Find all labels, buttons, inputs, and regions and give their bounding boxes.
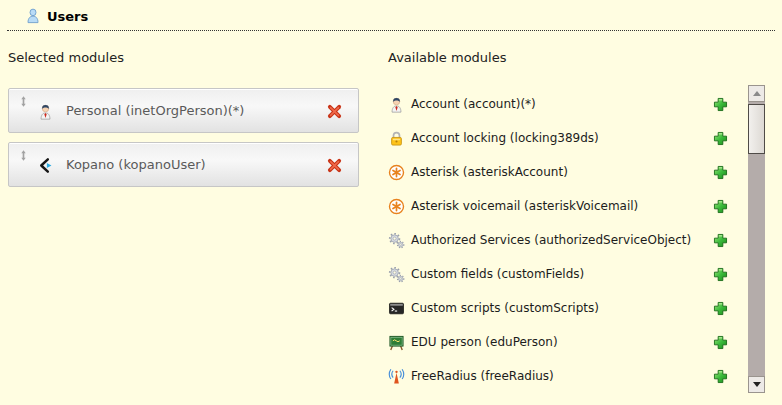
header-divider (7, 30, 775, 31)
available-module-label: Asterisk voicemail (asteriskVoicemail) (411, 199, 712, 213)
personal-user-icon (37, 103, 54, 120)
selected-modules-list: Personal (inetOrgPerson)(*) Kopano (kopa… (8, 88, 359, 187)
page-header: Users (25, 8, 88, 24)
available-module-label: FreeRadius (freeRadius) (411, 369, 712, 383)
chalkboard-icon (388, 334, 405, 351)
add-icon[interactable] (712, 368, 729, 385)
antenna-icon (388, 368, 405, 385)
add-icon[interactable] (712, 266, 729, 283)
add-icon[interactable] (712, 232, 729, 249)
selected-module-label: Personal (inetOrgPerson)(*) (66, 89, 244, 133)
account-user-icon (388, 96, 405, 113)
terminal-icon (388, 300, 405, 317)
available-module-label: Account (account)(*) (411, 97, 712, 111)
available-module-row: Asterisk (asteriskAccount) (388, 155, 729, 189)
selected-module-label: Kopano (kopanoUser) (66, 143, 206, 187)
add-icon[interactable] (712, 96, 729, 113)
drag-handle-icon[interactable] (18, 149, 29, 162)
available-module-label: Custom scripts (customScripts) (411, 301, 712, 315)
add-icon[interactable] (712, 334, 729, 351)
available-module-row: Authorized Services (authorizedServiceOb… (388, 223, 729, 257)
asterisk-icon (388, 198, 405, 215)
available-modules-scrollbar[interactable] (748, 85, 765, 393)
delete-icon[interactable] (326, 103, 343, 120)
available-modules-heading: Available modules (388, 50, 506, 65)
available-module-row: Account (account)(*) (388, 87, 729, 121)
available-module-row: FreeRadius (freeRadius) (388, 359, 729, 393)
drag-handle-icon[interactable] (18, 95, 29, 108)
users-icon (25, 8, 41, 24)
gears-icon (388, 232, 405, 249)
add-icon[interactable] (712, 300, 729, 317)
gears-icon (388, 266, 405, 283)
kopano-icon (37, 157, 54, 174)
available-module-row: Custom fields (customFields) (388, 257, 729, 291)
available-module-row: Custom scripts (customScripts) (388, 291, 729, 325)
selected-modules-heading: Selected modules (8, 50, 124, 65)
asterisk-icon (388, 164, 405, 181)
scroll-up-button[interactable] (748, 85, 765, 102)
available-module-label: Custom fields (customFields) (411, 267, 712, 281)
add-icon[interactable] (712, 198, 729, 215)
add-icon[interactable] (712, 164, 729, 181)
page-title: Users (47, 9, 88, 24)
arrow-up-icon (753, 91, 761, 96)
available-module-label: EDU person (eduPerson) (411, 335, 712, 349)
scroll-down-button[interactable] (748, 376, 765, 393)
available-modules-list: Account (account)(*) Account locking (lo… (388, 87, 729, 393)
add-icon[interactable] (712, 130, 729, 147)
user-module-selection-page: Users Selected modules Available modules… (0, 0, 782, 405)
scrollbar-thumb[interactable] (748, 104, 765, 154)
available-module-label: Asterisk (asteriskAccount) (411, 165, 712, 179)
selected-module-row[interactable]: Kopano (kopanoUser) (8, 142, 359, 187)
delete-icon[interactable] (326, 157, 343, 174)
arrow-down-icon (753, 382, 761, 387)
available-module-row: EDU person (eduPerson) (388, 325, 729, 359)
available-module-label: Account locking (locking389ds) (411, 131, 712, 145)
available-module-row: Account locking (locking389ds) (388, 121, 729, 155)
available-module-label: Authorized Services (authorizedServiceOb… (411, 233, 712, 247)
padlock-icon (388, 130, 405, 147)
available-module-row: Asterisk voicemail (asteriskVoicemail) (388, 189, 729, 223)
selected-module-row[interactable]: Personal (inetOrgPerson)(*) (8, 88, 359, 133)
